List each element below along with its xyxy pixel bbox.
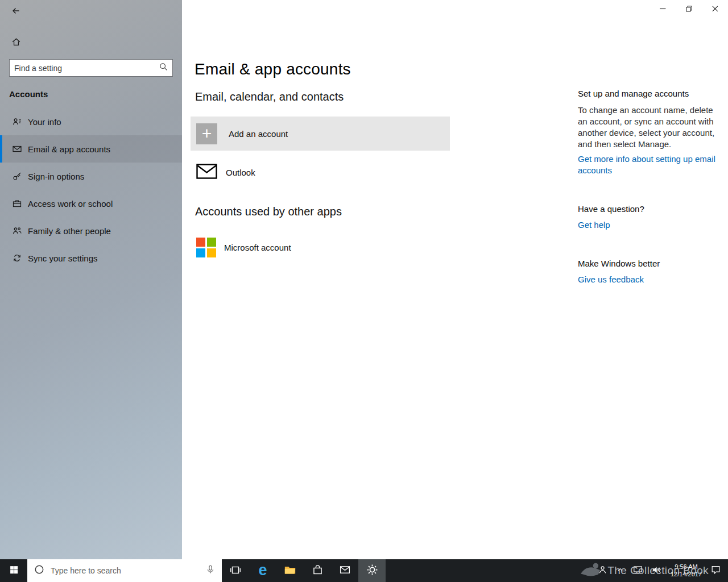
make-windows-better-heading: Make Windows better: [578, 258, 715, 269]
speaker-icon: [651, 564, 662, 577]
settings-sidebar: Accounts Your info Email & app accounts …: [0, 0, 182, 559]
envelope-icon: [196, 164, 217, 181]
people-tray-button[interactable]: [593, 559, 612, 582]
sidebar-item-label: Sync your settings: [28, 253, 98, 263]
manage-accounts-heading: Set up and manage accounts: [578, 88, 715, 99]
window-controls: [650, 0, 728, 18]
microphone-icon[interactable]: [205, 564, 216, 577]
add-account-button[interactable]: + Add an account: [191, 117, 450, 151]
store-button[interactable]: [304, 559, 331, 582]
network-icon: [632, 564, 643, 577]
cortana-icon: [34, 564, 45, 577]
ms-logo-green: [207, 238, 216, 247]
microsoft-account-label: Microsoft account: [224, 243, 291, 252]
contact-icon: [13, 117, 22, 126]
back-arrow-icon: [11, 6, 20, 15]
outlook-label: Outlook: [226, 168, 255, 177]
section-heading-email-calendar-contacts: Email, calendar, and contacts: [195, 90, 344, 103]
outlook-account-item[interactable]: Outlook: [196, 155, 450, 190]
key-icon: [13, 172, 22, 181]
people-icon: [13, 226, 22, 235]
taskbar: e: [0, 559, 728, 582]
manage-accounts-body: To change an account name, delete an acc…: [578, 105, 715, 150]
sync-icon: [13, 253, 22, 263]
home-button[interactable]: [7, 33, 25, 50]
add-account-label: Add an account: [229, 129, 288, 139]
clock[interactable]: 9:56 AM 12/14/2017: [666, 563, 706, 578]
get-help-link[interactable]: Get help: [578, 219, 610, 231]
sidebar-item-your-info[interactable]: Your info: [0, 108, 182, 135]
start-button[interactable]: [0, 559, 27, 582]
minimize-button[interactable]: [650, 0, 676, 18]
plus-icon: +: [196, 123, 217, 144]
sidebar-item-label: Sign-in options: [28, 172, 84, 181]
task-view-button[interactable]: [222, 559, 249, 582]
volume-tray-button[interactable]: [647, 559, 666, 582]
sidebar-item-label: Your info: [28, 117, 61, 127]
action-center-button[interactable]: [706, 559, 728, 582]
microsoft-account-item[interactable]: Microsoft account: [196, 231, 291, 264]
more-info-link[interactable]: Get more info about setting up email acc…: [578, 153, 715, 176]
sidebar-item-label: Access work or school: [28, 199, 113, 209]
edge-button[interactable]: e: [249, 559, 276, 582]
sidebar-item-access-work-school[interactable]: Access work or school: [0, 190, 182, 217]
clock-time: 9:56 AM: [671, 563, 702, 571]
file-explorer-button[interactable]: [276, 559, 304, 582]
mail-app-icon: [339, 564, 351, 577]
show-hidden-icons-button[interactable]: [612, 559, 628, 582]
restore-icon: [686, 5, 692, 14]
mail-app-button[interactable]: [331, 559, 358, 582]
sidebar-item-sync-your-settings[interactable]: Sync your settings: [0, 244, 182, 272]
file-explorer-icon: [284, 564, 296, 578]
close-button[interactable]: [702, 0, 728, 18]
home-icon: [11, 37, 21, 47]
gear-icon: [366, 564, 378, 577]
ms-logo-red: [196, 238, 205, 247]
action-center-icon: [710, 564, 721, 577]
task-view-icon: [229, 564, 242, 578]
settings-search-input[interactable]: [14, 64, 159, 73]
microsoft-logo: [196, 238, 216, 257]
sidebar-nav: Your info Email & app accounts Sign-in o…: [0, 108, 182, 272]
have-a-question-heading: Have a question?: [578, 203, 715, 215]
person-silhouette-icon: [597, 564, 608, 577]
settings-window: Accounts Your info Email & app accounts …: [0, 0, 728, 582]
sidebar-item-label: Email & app accounts: [28, 144, 110, 154]
sidebar-heading: Accounts: [9, 89, 48, 99]
ms-logo-yellow: [207, 248, 216, 257]
network-tray-button[interactable]: [628, 559, 647, 582]
store-icon: [312, 564, 324, 577]
windows-logo-icon: [9, 565, 19, 576]
settings-search-box[interactable]: [9, 59, 173, 77]
minimize-icon: [660, 5, 666, 14]
sidebar-item-sign-in-options[interactable]: Sign-in options: [0, 163, 182, 190]
ms-logo-blue: [196, 248, 205, 257]
settings-app-button[interactable]: [358, 559, 386, 582]
taskbar-search-input[interactable]: [51, 566, 200, 575]
taskbar-search-box[interactable]: [27, 559, 222, 582]
chevron-up-icon: [616, 566, 624, 576]
restore-button[interactable]: [676, 0, 702, 18]
close-icon: [712, 5, 718, 14]
clock-date: 12/14/2017: [671, 571, 702, 578]
mail-icon: [13, 144, 22, 153]
page-title: Email & app accounts: [195, 60, 351, 78]
give-feedback-link[interactable]: Give us feedback: [578, 274, 644, 285]
back-button[interactable]: [6, 2, 26, 19]
edge-icon: e: [258, 563, 267, 578]
help-panel: Set up and manage accounts To change an …: [578, 88, 715, 285]
search-icon: [159, 63, 168, 73]
sidebar-item-email-app-accounts[interactable]: Email & app accounts: [0, 135, 182, 163]
briefcase-icon: [13, 199, 22, 208]
sidebar-item-label: Family & other people: [28, 226, 111, 236]
sidebar-item-family-other-people[interactable]: Family & other people: [0, 217, 182, 244]
system-tray: 9:56 AM 12/14/2017: [593, 559, 728, 582]
section-heading-accounts-other-apps: Accounts used by other apps: [195, 205, 342, 218]
